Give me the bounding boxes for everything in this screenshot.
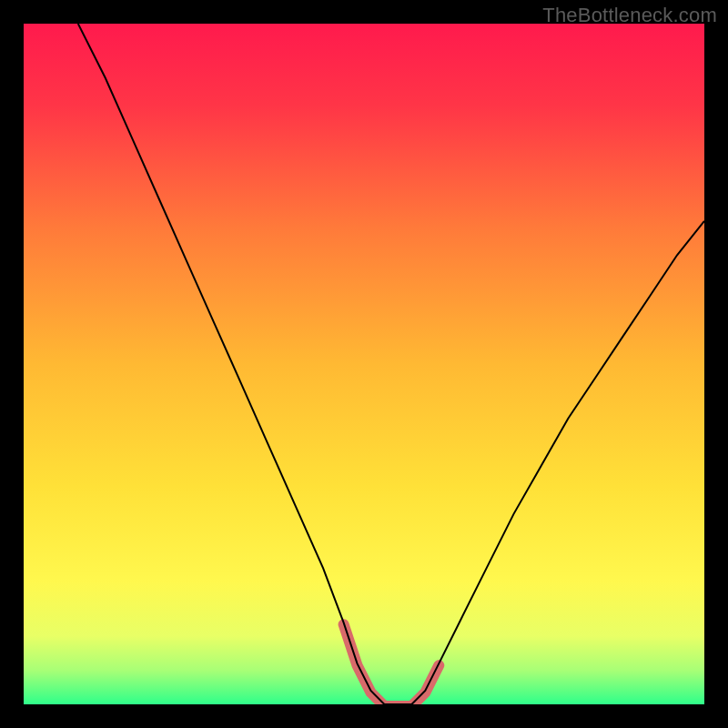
watermark-text: TheBottleneck.com <box>542 4 717 27</box>
chart-plot-area <box>24 24 704 704</box>
chart-svg <box>24 24 704 704</box>
chart-frame: TheBottleneck.com <box>0 0 728 728</box>
